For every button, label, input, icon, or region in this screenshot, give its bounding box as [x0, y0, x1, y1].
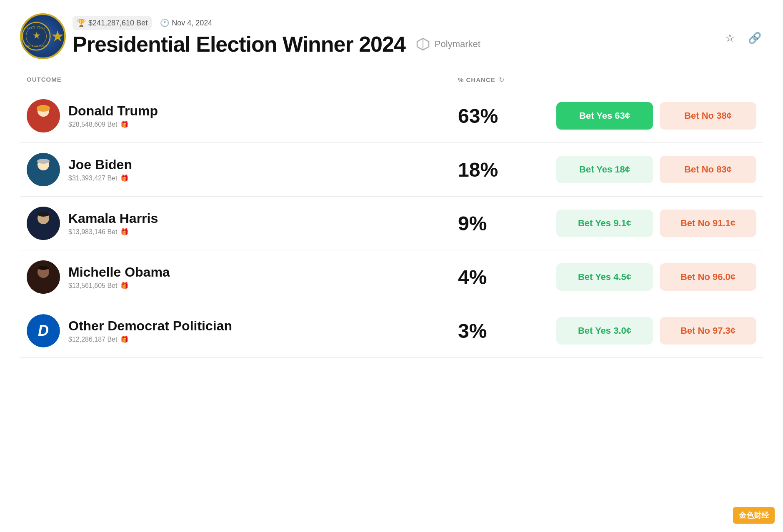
candidate-name-harris: Kamala Harris [68, 211, 158, 226]
candidate-info-michelle: Michelle Obama $13,561,605 Bet 🎁 [27, 260, 451, 294]
gift-icon-harris[interactable]: 🎁 [120, 228, 129, 236]
candidate-name-michelle: Michelle Obama [68, 265, 170, 280]
chance-pct-trump: 63% [458, 105, 550, 127]
avatar-democrat: D [27, 314, 60, 347]
bet-yes-trump[interactable]: Bet Yes 63¢ [556, 102, 653, 130]
presidential-seal-logo: ★ PRESIDENT UNITED STATES [20, 13, 66, 59]
candidate-info-biden: Joe Biden $31,393,427 Bet 🎁 [27, 153, 451, 186]
share-link-button[interactable]: 🔗 [746, 30, 763, 46]
candidate-name-biden: Joe Biden [68, 157, 132, 172]
candidate-bet-harris: $13,983,146 Bet 🎁 [68, 228, 158, 236]
bet-yes-biden[interactable]: Bet Yes 18¢ [556, 156, 653, 183]
bet-buttons-harris: Bet Yes 9.1¢ Bet No 91.1¢ [556, 210, 756, 237]
bet-no-democrat[interactable]: Bet No 97.3¢ [660, 317, 756, 345]
svg-rect-18 [33, 229, 54, 240]
candidate-name-democrat: Other Democrat Politician [68, 318, 232, 334]
bet-buttons-michelle: Bet Yes 4.5¢ Bet No 96.0¢ [556, 263, 756, 291]
candidate-info-democrat: D Other Democrat Politician $12,286,187 … [27, 314, 451, 347]
gift-icon-biden[interactable]: 🎁 [120, 174, 129, 182]
candidate-bet-michelle: $13,561,605 Bet 🎁 [68, 282, 170, 290]
table-row: Donald Trump $28,548,609 Bet 🎁 63% Bet Y… [20, 89, 763, 143]
chance-pct-michelle: 4% [458, 266, 550, 289]
candidate-bet-biden: $31,393,427 Bet 🎁 [68, 174, 132, 182]
header-meta: 🏆 $241,287,610 Bet 🕐 Nov 4, 2024 Preside… [73, 16, 480, 57]
bet-no-trump[interactable]: Bet No 38¢ [660, 102, 756, 130]
avatar-biden [27, 153, 60, 186]
candidate-bet-democrat: $12,286,187 Bet 🎁 [68, 335, 232, 343]
clock-icon: 🕐 [160, 18, 169, 27]
polymarket-icon [415, 37, 430, 52]
candidate-info-trump: Donald Trump $28,548,609 Bet 🎁 [27, 99, 451, 132]
polymarket-badge: Polymarket [415, 37, 480, 52]
header-actions: ☆ 🔗 [721, 26, 763, 46]
svg-text:★: ★ [33, 31, 40, 40]
watermark-badge: 金色财经 [733, 507, 775, 524]
bet-yes-democrat[interactable]: Bet Yes 3.0¢ [556, 317, 653, 345]
candidate-name-trump: Donald Trump [68, 103, 158, 119]
svg-text:UNITED STATES: UNITED STATES [25, 45, 47, 47]
page-header: ★ PRESIDENT UNITED STATES 🏆 $241,287,610… [20, 13, 763, 59]
bet-no-harris[interactable]: Bet No 91.1¢ [660, 210, 756, 237]
trophy-amount: $241,287,610 Bet [88, 19, 148, 27]
trophy-icon: 🏆 [77, 18, 86, 27]
outcomes-table: OUTCOME % CHANCE ↻ [20, 76, 763, 358]
avatar-trump [27, 99, 60, 132]
col-chance-label: % CHANCE [458, 76, 495, 83]
col-outcome-label: OUTCOME [27, 76, 451, 84]
chance-pct-harris: 9% [458, 212, 550, 235]
date-label: 🕐 Nov 4, 2024 [160, 18, 212, 27]
svg-text:PRESIDENT: PRESIDENT [27, 27, 46, 30]
table-row: Joe Biden $31,393,427 Bet 🎁 18% Bet Yes … [20, 143, 763, 197]
gift-icon-democrat[interactable]: 🎁 [120, 335, 129, 343]
chance-pct-democrat: 3% [458, 320, 550, 342]
page-title: Presidential Election Winner 2024 [73, 32, 405, 57]
refresh-icon[interactable]: ↻ [499, 76, 504, 84]
svg-rect-9 [33, 122, 54, 132]
table-row: Michelle Obama $13,561,605 Bet 🎁 4% Bet … [20, 250, 763, 304]
bet-buttons-biden: Bet Yes 18¢ Bet No 83¢ [556, 156, 756, 183]
gift-icon-trump[interactable]: 🎁 [120, 120, 129, 128]
bet-no-biden[interactable]: Bet No 83¢ [660, 156, 756, 183]
svg-point-11 [37, 105, 50, 112]
table-row: Kamala Harris $13,983,146 Bet 🎁 9% Bet Y… [20, 197, 763, 250]
svg-point-23 [38, 266, 49, 270]
svg-point-19 [38, 212, 49, 217]
bet-buttons-trump: Bet Yes 63¢ Bet No 38¢ [556, 102, 756, 130]
gift-icon-michelle[interactable]: 🎁 [120, 282, 129, 290]
table-row: D Other Democrat Politician $12,286,187 … [20, 304, 763, 358]
date-text: Nov 4, 2024 [172, 19, 212, 27]
polymarket-label: Polymarket [435, 39, 480, 50]
trophy-amount-badge: 🏆 $241,287,610 Bet [73, 16, 152, 30]
candidate-info-harris: Kamala Harris $13,983,146 Bet 🎁 [27, 207, 451, 240]
favorite-button[interactable]: ☆ [721, 30, 738, 46]
bet-no-michelle[interactable]: Bet No 96.0¢ [660, 263, 756, 291]
table-header: OUTCOME % CHANCE ↻ [20, 76, 763, 89]
svg-rect-22 [33, 283, 54, 294]
bet-yes-harris[interactable]: Bet Yes 9.1¢ [556, 210, 653, 237]
avatar-michelle [27, 260, 60, 294]
candidate-bet-trump: $28,548,609 Bet 🎁 [68, 120, 158, 128]
bet-buttons-democrat: Bet Yes 3.0¢ Bet No 97.3¢ [556, 317, 756, 345]
svg-rect-14 [33, 175, 54, 186]
svg-point-15 [37, 159, 50, 164]
avatar-harris [27, 207, 60, 240]
bet-yes-michelle[interactable]: Bet Yes 4.5¢ [556, 263, 653, 291]
chance-pct-biden: 18% [458, 158, 550, 181]
